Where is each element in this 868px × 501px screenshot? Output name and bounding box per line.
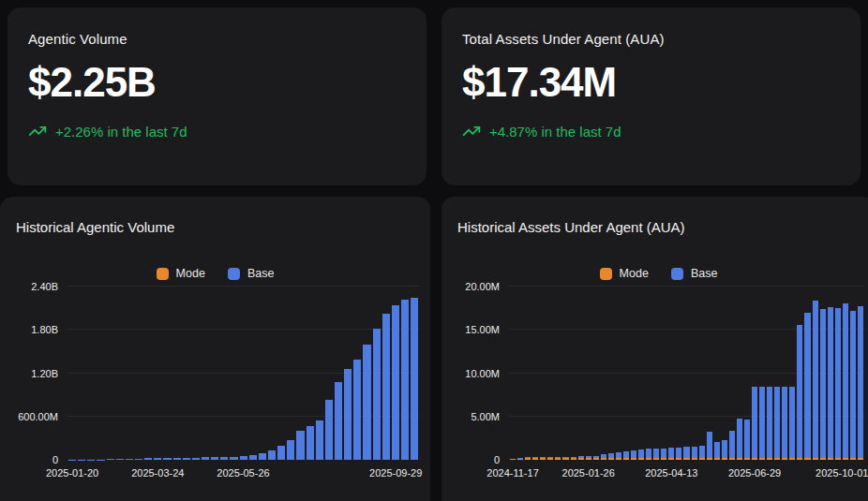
- bar[interactable]: [562, 287, 568, 460]
- x-axis-labels: 2024-11-172025-01-262025-04-132025-06-29…: [509, 467, 864, 486]
- bar[interactable]: [820, 287, 826, 460]
- bar[interactable]: [858, 287, 863, 460]
- bar[interactable]: [296, 287, 304, 460]
- bar[interactable]: [699, 287, 705, 460]
- chart-card-historical-agentic-volume: Historical Agentic Volume Mode Base 0600…: [0, 197, 430, 501]
- bar[interactable]: [835, 287, 841, 460]
- bar[interactable]: [126, 287, 133, 460]
- bar[interactable]: [623, 287, 629, 460]
- legend-swatch-mode: [600, 268, 612, 280]
- bar[interactable]: [653, 287, 659, 460]
- x-axis-labels: 2025-01-202025-03-242025-05-262025-09-29: [67, 467, 419, 486]
- bar[interactable]: [737, 287, 742, 460]
- bar[interactable]: [344, 287, 352, 460]
- bar[interactable]: [87, 287, 95, 460]
- bar[interactable]: [220, 287, 228, 460]
- bar[interactable]: [325, 287, 333, 460]
- bar[interactable]: [532, 287, 538, 460]
- bar[interactable]: [97, 287, 104, 460]
- bar[interactable]: [661, 287, 666, 460]
- bar[interactable]: [608, 287, 614, 460]
- bar[interactable]: [774, 287, 780, 460]
- bar[interactable]: [173, 287, 181, 460]
- bar[interactable]: [107, 287, 114, 460]
- bar[interactable]: [363, 287, 370, 460]
- bar[interactable]: [631, 287, 636, 460]
- bar[interactable]: [789, 287, 795, 460]
- chart-legend: Mode Base: [0, 267, 430, 280]
- bar[interactable]: [192, 287, 200, 460]
- bar[interactable]: [183, 287, 190, 460]
- bar[interactable]: [797, 287, 802, 460]
- bar[interactable]: [307, 287, 314, 460]
- bar[interactable]: [729, 287, 735, 460]
- bar[interactable]: [163, 287, 171, 460]
- bar[interactable]: [668, 287, 674, 460]
- bar[interactable]: [593, 287, 599, 460]
- legend-item-mode[interactable]: Mode: [157, 267, 205, 280]
- legend-item-mode[interactable]: Mode: [600, 267, 649, 280]
- stat-card-agentic-volume: Agentic Volume $2.25B +2.26% in the last…: [7, 7, 427, 185]
- bar[interactable]: [287, 287, 294, 460]
- bar[interactable]: [638, 287, 644, 460]
- bar[interactable]: [144, 287, 152, 460]
- y-tick-label: 20.00M: [465, 281, 500, 292]
- bar[interactable]: [767, 287, 772, 460]
- bar[interactable]: [586, 287, 591, 460]
- bar[interactable]: [259, 287, 266, 460]
- bar[interactable]: [249, 287, 257, 460]
- bar[interactable]: [752, 287, 757, 460]
- bar[interactable]: [382, 287, 390, 460]
- bar[interactable]: [392, 287, 399, 460]
- trending-up-icon: [462, 122, 481, 140]
- bar[interactable]: [411, 287, 418, 460]
- bar[interactable]: [517, 287, 523, 460]
- bar[interactable]: [676, 287, 681, 460]
- bar[interactable]: [353, 287, 361, 460]
- bar[interactable]: [707, 287, 712, 460]
- chart-plot-wrap: 0600.00M1.20B1.80B2.40B 2025-01-202025-0…: [0, 287, 430, 493]
- bar[interactable]: [850, 287, 856, 460]
- bar[interactable]: [714, 287, 720, 460]
- bar[interactable]: [510, 287, 516, 460]
- bar[interactable]: [116, 287, 124, 460]
- bar[interactable]: [316, 287, 323, 460]
- bar[interactable]: [401, 287, 409, 460]
- bar[interactable]: [804, 287, 810, 460]
- bar[interactable]: [240, 287, 247, 460]
- bar[interactable]: [154, 287, 161, 460]
- bar[interactable]: [646, 287, 651, 460]
- bar[interactable]: [68, 287, 76, 460]
- bar[interactable]: [335, 287, 342, 460]
- bar[interactable]: [722, 287, 727, 460]
- bar[interactable]: [230, 287, 237, 460]
- bar[interactable]: [268, 287, 276, 460]
- bar[interactable]: [813, 287, 818, 460]
- bar[interactable]: [828, 287, 833, 460]
- bar[interactable]: [211, 287, 218, 460]
- bar[interactable]: [683, 287, 689, 460]
- bar[interactable]: [782, 287, 787, 460]
- bar[interactable]: [759, 287, 765, 460]
- stat-value: $2.25B: [28, 59, 404, 106]
- bar[interactable]: [78, 287, 85, 460]
- bar[interactable]: [692, 287, 697, 460]
- bar[interactable]: [571, 287, 576, 460]
- bar[interactable]: [135, 287, 142, 460]
- bar[interactable]: [373, 287, 381, 460]
- bar[interactable]: [744, 287, 750, 460]
- legend-label: Mode: [620, 267, 649, 280]
- bar[interactable]: [616, 287, 621, 460]
- bar[interactable]: [843, 287, 848, 460]
- bar[interactable]: [540, 287, 546, 460]
- bar[interactable]: [277, 287, 285, 460]
- bar[interactable]: [601, 287, 606, 460]
- bar[interactable]: [578, 287, 584, 460]
- bar[interactable]: [202, 287, 209, 460]
- bar[interactable]: [525, 287, 531, 460]
- y-tick-label: 600.00M: [18, 411, 58, 422]
- legend-item-base[interactable]: Base: [228, 267, 275, 280]
- legend-item-base[interactable]: Base: [671, 267, 718, 280]
- bar[interactable]: [547, 287, 553, 460]
- bar[interactable]: [555, 287, 561, 460]
